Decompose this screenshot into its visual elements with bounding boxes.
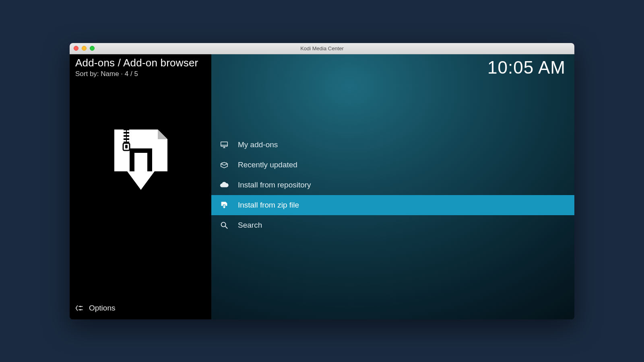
svg-line-26 xyxy=(225,226,228,228)
svg-rect-12 xyxy=(134,153,147,171)
svg-marker-13 xyxy=(127,171,155,190)
menu-item-install-from-zip[interactable]: Install from zip file xyxy=(211,195,574,215)
zip-download-large-icon xyxy=(106,126,175,195)
cloud-download-icon xyxy=(219,180,229,190)
svg-rect-8 xyxy=(124,140,126,142)
zip-download-icon xyxy=(219,200,229,210)
box-open-icon xyxy=(219,160,229,170)
menu-item-label: Install from zip file xyxy=(238,201,299,210)
svg-rect-23 xyxy=(224,205,225,207)
menu-item-recently-updated[interactable]: Recently updated xyxy=(211,155,574,175)
svg-rect-4 xyxy=(124,134,126,135)
options-icon xyxy=(75,304,83,312)
menu-item-label: Search xyxy=(238,221,262,230)
window-title: Kodi Media Center xyxy=(70,45,574,51)
breadcrumb-block: Add-ons / Add-on browser Sort by: Name ·… xyxy=(70,54,211,78)
search-icon xyxy=(219,220,229,230)
app-body: Add-ons / Add-on browser Sort by: Name ·… xyxy=(70,54,574,319)
menu-item-my-addons[interactable]: My add-ons xyxy=(211,135,574,155)
options-label: Options xyxy=(89,304,115,313)
monitor-icon xyxy=(219,140,229,150)
svg-rect-9 xyxy=(127,140,129,142)
menu-item-install-from-repository[interactable]: Install from repository xyxy=(211,175,574,195)
menu-item-label: Recently updated xyxy=(238,160,297,169)
menu-item-search[interactable]: Search xyxy=(211,215,574,235)
menu-item-label: My add-ons xyxy=(238,140,278,149)
titlebar: Kodi Media Center xyxy=(70,43,574,54)
minimize-window-button[interactable] xyxy=(82,46,87,51)
maximize-window-button[interactable] xyxy=(90,46,95,51)
options-button[interactable]: Options xyxy=(70,297,211,319)
close-window-button[interactable] xyxy=(74,46,78,51)
svg-point-25 xyxy=(221,222,226,226)
app-window: Kodi Media Center Add-ons / Add-on brows… xyxy=(70,43,574,319)
main-panel: 10:05 AM My add-ons xyxy=(211,54,574,319)
svg-rect-2 xyxy=(124,130,126,132)
breadcrumb: Add-ons / Add-on browser xyxy=(75,57,206,69)
menu-item-label: Install from repository xyxy=(238,181,311,189)
svg-marker-24 xyxy=(223,206,225,208)
svg-rect-6 xyxy=(124,137,126,138)
sidebar-illustration xyxy=(70,78,211,297)
clock: 10:05 AM xyxy=(487,58,566,78)
svg-rect-7 xyxy=(127,137,129,138)
svg-rect-3 xyxy=(127,130,129,132)
window-controls xyxy=(74,46,95,51)
svg-rect-18 xyxy=(221,142,228,146)
svg-rect-5 xyxy=(127,134,129,135)
sort-info: Sort by: Name · 4 / 5 xyxy=(75,70,206,78)
sidebar: Add-ons / Add-on browser Sort by: Name ·… xyxy=(70,54,211,319)
svg-rect-11 xyxy=(125,145,128,148)
addon-menu: My add-ons Recently updated xyxy=(211,135,574,235)
